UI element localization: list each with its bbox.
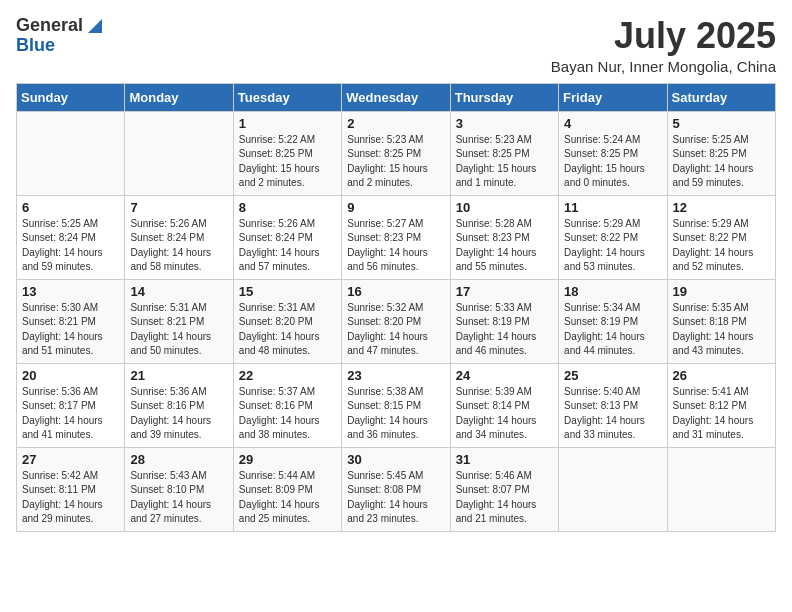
calendar-day-cell: 23Sunrise: 5:38 AM Sunset: 8:15 PM Dayli… (342, 363, 450, 447)
day-number: 24 (456, 368, 553, 383)
day-number: 15 (239, 284, 336, 299)
calendar-day-cell: 22Sunrise: 5:37 AM Sunset: 8:16 PM Dayli… (233, 363, 341, 447)
day-info: Sunrise: 5:26 AM Sunset: 8:24 PM Dayligh… (239, 217, 336, 275)
calendar-day-cell: 14Sunrise: 5:31 AM Sunset: 8:21 PM Dayli… (125, 279, 233, 363)
day-number: 27 (22, 452, 119, 467)
day-info: Sunrise: 5:26 AM Sunset: 8:24 PM Dayligh… (130, 217, 227, 275)
day-info: Sunrise: 5:35 AM Sunset: 8:18 PM Dayligh… (673, 301, 770, 359)
day-info: Sunrise: 5:36 AM Sunset: 8:17 PM Dayligh… (22, 385, 119, 443)
day-info: Sunrise: 5:29 AM Sunset: 8:22 PM Dayligh… (564, 217, 661, 275)
day-of-week-header: Thursday (450, 83, 558, 111)
day-info: Sunrise: 5:40 AM Sunset: 8:13 PM Dayligh… (564, 385, 661, 443)
day-info: Sunrise: 5:27 AM Sunset: 8:23 PM Dayligh… (347, 217, 444, 275)
calendar-week-row: 13Sunrise: 5:30 AM Sunset: 8:21 PM Dayli… (17, 279, 776, 363)
day-number: 4 (564, 116, 661, 131)
day-info: Sunrise: 5:33 AM Sunset: 8:19 PM Dayligh… (456, 301, 553, 359)
calendar-day-cell: 3Sunrise: 5:23 AM Sunset: 8:25 PM Daylig… (450, 111, 558, 195)
calendar-day-cell: 31Sunrise: 5:46 AM Sunset: 8:07 PM Dayli… (450, 447, 558, 531)
day-number: 17 (456, 284, 553, 299)
day-number: 31 (456, 452, 553, 467)
day-of-week-header: Monday (125, 83, 233, 111)
day-info: Sunrise: 5:38 AM Sunset: 8:15 PM Dayligh… (347, 385, 444, 443)
day-number: 19 (673, 284, 770, 299)
calendar-day-cell: 4Sunrise: 5:24 AM Sunset: 8:25 PM Daylig… (559, 111, 667, 195)
calendar-week-row: 1Sunrise: 5:22 AM Sunset: 8:25 PM Daylig… (17, 111, 776, 195)
calendar-day-cell (125, 111, 233, 195)
calendar-week-row: 27Sunrise: 5:42 AM Sunset: 8:11 PM Dayli… (17, 447, 776, 531)
page-header: General Blue July 2025 Bayan Nur, Inner … (16, 16, 776, 75)
day-info: Sunrise: 5:45 AM Sunset: 8:08 PM Dayligh… (347, 469, 444, 527)
calendar-week-row: 6Sunrise: 5:25 AM Sunset: 8:24 PM Daylig… (17, 195, 776, 279)
day-info: Sunrise: 5:25 AM Sunset: 8:24 PM Dayligh… (22, 217, 119, 275)
day-info: Sunrise: 5:22 AM Sunset: 8:25 PM Dayligh… (239, 133, 336, 191)
day-info: Sunrise: 5:39 AM Sunset: 8:14 PM Dayligh… (456, 385, 553, 443)
calendar-day-cell: 21Sunrise: 5:36 AM Sunset: 8:16 PM Dayli… (125, 363, 233, 447)
calendar-header-row: SundayMondayTuesdayWednesdayThursdayFrid… (17, 83, 776, 111)
day-of-week-header: Tuesday (233, 83, 341, 111)
day-info: Sunrise: 5:25 AM Sunset: 8:25 PM Dayligh… (673, 133, 770, 191)
day-of-week-header: Friday (559, 83, 667, 111)
day-number: 23 (347, 368, 444, 383)
calendar-day-cell: 11Sunrise: 5:29 AM Sunset: 8:22 PM Dayli… (559, 195, 667, 279)
day-number: 2 (347, 116, 444, 131)
calendar-day-cell: 18Sunrise: 5:34 AM Sunset: 8:19 PM Dayli… (559, 279, 667, 363)
day-number: 10 (456, 200, 553, 215)
day-number: 18 (564, 284, 661, 299)
day-info: Sunrise: 5:32 AM Sunset: 8:20 PM Dayligh… (347, 301, 444, 359)
location-title: Bayan Nur, Inner Mongolia, China (551, 58, 776, 75)
day-number: 3 (456, 116, 553, 131)
calendar-day-cell: 24Sunrise: 5:39 AM Sunset: 8:14 PM Dayli… (450, 363, 558, 447)
day-of-week-header: Saturday (667, 83, 775, 111)
day-info: Sunrise: 5:44 AM Sunset: 8:09 PM Dayligh… (239, 469, 336, 527)
calendar-day-cell: 5Sunrise: 5:25 AM Sunset: 8:25 PM Daylig… (667, 111, 775, 195)
day-number: 25 (564, 368, 661, 383)
calendar-day-cell (17, 111, 125, 195)
day-info: Sunrise: 5:29 AM Sunset: 8:22 PM Dayligh… (673, 217, 770, 275)
day-number: 16 (347, 284, 444, 299)
calendar-day-cell: 28Sunrise: 5:43 AM Sunset: 8:10 PM Dayli… (125, 447, 233, 531)
day-number: 29 (239, 452, 336, 467)
calendar-day-cell (667, 447, 775, 531)
day-number: 22 (239, 368, 336, 383)
calendar-table: SundayMondayTuesdayWednesdayThursdayFrid… (16, 83, 776, 532)
calendar-day-cell: 2Sunrise: 5:23 AM Sunset: 8:25 PM Daylig… (342, 111, 450, 195)
day-info: Sunrise: 5:34 AM Sunset: 8:19 PM Dayligh… (564, 301, 661, 359)
calendar-day-cell: 27Sunrise: 5:42 AM Sunset: 8:11 PM Dayli… (17, 447, 125, 531)
calendar-day-cell: 15Sunrise: 5:31 AM Sunset: 8:20 PM Dayli… (233, 279, 341, 363)
calendar-day-cell: 30Sunrise: 5:45 AM Sunset: 8:08 PM Dayli… (342, 447, 450, 531)
calendar-day-cell: 8Sunrise: 5:26 AM Sunset: 8:24 PM Daylig… (233, 195, 341, 279)
calendar-day-cell: 16Sunrise: 5:32 AM Sunset: 8:20 PM Dayli… (342, 279, 450, 363)
calendar-day-cell: 6Sunrise: 5:25 AM Sunset: 8:24 PM Daylig… (17, 195, 125, 279)
day-number: 11 (564, 200, 661, 215)
day-of-week-header: Wednesday (342, 83, 450, 111)
day-number: 5 (673, 116, 770, 131)
calendar-day-cell: 10Sunrise: 5:28 AM Sunset: 8:23 PM Dayli… (450, 195, 558, 279)
calendar-day-cell: 12Sunrise: 5:29 AM Sunset: 8:22 PM Dayli… (667, 195, 775, 279)
day-info: Sunrise: 5:30 AM Sunset: 8:21 PM Dayligh… (22, 301, 119, 359)
day-info: Sunrise: 5:46 AM Sunset: 8:07 PM Dayligh… (456, 469, 553, 527)
day-number: 14 (130, 284, 227, 299)
day-info: Sunrise: 5:37 AM Sunset: 8:16 PM Dayligh… (239, 385, 336, 443)
day-info: Sunrise: 5:36 AM Sunset: 8:16 PM Dayligh… (130, 385, 227, 443)
day-info: Sunrise: 5:28 AM Sunset: 8:23 PM Dayligh… (456, 217, 553, 275)
day-info: Sunrise: 5:31 AM Sunset: 8:21 PM Dayligh… (130, 301, 227, 359)
day-info: Sunrise: 5:41 AM Sunset: 8:12 PM Dayligh… (673, 385, 770, 443)
day-number: 30 (347, 452, 444, 467)
day-number: 28 (130, 452, 227, 467)
month-title: July 2025 (551, 16, 776, 56)
calendar-day-cell: 7Sunrise: 5:26 AM Sunset: 8:24 PM Daylig… (125, 195, 233, 279)
day-number: 26 (673, 368, 770, 383)
day-info: Sunrise: 5:23 AM Sunset: 8:25 PM Dayligh… (456, 133, 553, 191)
day-number: 13 (22, 284, 119, 299)
day-info: Sunrise: 5:23 AM Sunset: 8:25 PM Dayligh… (347, 133, 444, 191)
logo-blue-text: Blue (16, 36, 55, 56)
day-of-week-header: Sunday (17, 83, 125, 111)
title-block: July 2025 Bayan Nur, Inner Mongolia, Chi… (551, 16, 776, 75)
calendar-day-cell: 29Sunrise: 5:44 AM Sunset: 8:09 PM Dayli… (233, 447, 341, 531)
calendar-day-cell: 20Sunrise: 5:36 AM Sunset: 8:17 PM Dayli… (17, 363, 125, 447)
day-info: Sunrise: 5:42 AM Sunset: 8:11 PM Dayligh… (22, 469, 119, 527)
day-number: 8 (239, 200, 336, 215)
day-number: 21 (130, 368, 227, 383)
calendar-day-cell: 1Sunrise: 5:22 AM Sunset: 8:25 PM Daylig… (233, 111, 341, 195)
calendar-week-row: 20Sunrise: 5:36 AM Sunset: 8:17 PM Dayli… (17, 363, 776, 447)
